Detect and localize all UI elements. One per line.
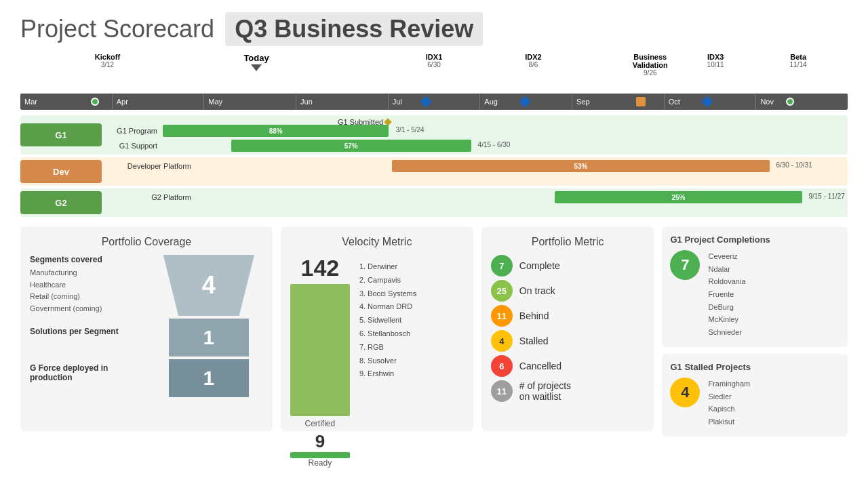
certified-bar	[290, 284, 350, 416]
vel-item-2: 2. Campavis	[359, 274, 416, 287]
dev-platform-bar: 53%	[392, 160, 770, 172]
portfolio-coverage-title: Portfolio Coverage	[30, 236, 263, 248]
dev-platform-dates: 6/30 - 10/31	[776, 161, 812, 169]
metric-behind: 11 Behind	[491, 305, 645, 327]
g1-completions-badge: 7	[670, 250, 700, 280]
segments-covered-title: Segments covered	[30, 255, 145, 264]
ms-idx1-date: 6/30	[427, 61, 440, 68]
g1-support-bar: 57%	[231, 140, 471, 152]
right-panels: G1 Project Completions 7 Ceveeriz Ndalar…	[662, 226, 848, 431]
label-complete: Complete	[519, 260, 560, 271]
label-behind: Behind	[519, 310, 549, 321]
metric-ontrack: 25 On track	[491, 280, 645, 302]
ms-kickoff-name: Kickoff	[95, 53, 120, 61]
milestone-beta: Beta 11/14	[790, 53, 807, 68]
timeline-section: Kickoff 3/12 Today IDX1 6/30 IDX2 8/6 Bu…	[0, 53, 868, 110]
gantt-section: G1 G1 Submitted G1 Program 88% 3/1 - 5/2…	[0, 115, 868, 217]
dot-kickoff	[91, 98, 99, 106]
page-title-boxed: Q3 Business Review	[225, 12, 483, 46]
velocity-content: 142 Certified 9 Ready 1. Derwiner 2. Cam…	[290, 255, 464, 468]
portfolio-metric-title: Portfolio Metric	[491, 236, 645, 248]
ms-bv-name: BusinessValidation	[633, 53, 668, 69]
seg-manufacturing: Manufacturing	[30, 267, 145, 279]
badge-behind: 11	[491, 305, 513, 327]
g1-program-dates: 3/1 - 5/24	[395, 126, 424, 134]
label-stalled: Stalled	[519, 336, 549, 346]
g1-program-percent: 88%	[269, 127, 283, 135]
stalled-siedler: Siedler	[708, 390, 750, 403]
g1-support-row: G1 Support 57% 4/15 - 6/30	[108, 140, 848, 152]
ms-today-label: Today	[243, 53, 269, 63]
ms-idx1-name: IDX1	[426, 53, 442, 61]
dev-platform-label: Developer Platform	[108, 162, 197, 170]
g1-completions-title: G1 Project Completions	[670, 235, 840, 245]
gantt-row-dev: Dev Developer Platform 53% 6/30 - 10/31	[20, 157, 848, 186]
month-nov: Nov	[756, 94, 848, 110]
milestone-kickoff: Kickoff 3/12	[95, 53, 120, 68]
vel-item-5: 5. Sidwellent	[359, 314, 416, 327]
g1-stalled-names: Framingham Siedler Kapisch Plakisut	[708, 378, 750, 428]
seg-government: Government (coming)	[30, 303, 145, 315]
ready-label: Ready	[309, 458, 332, 468]
label-cancelled: Cancelled	[519, 361, 561, 371]
ms-idx2-date: 8/6	[528, 61, 538, 68]
g1-program-bar: 88%	[163, 125, 389, 137]
month-jul: Jul	[389, 94, 481, 110]
g2-platform-percent: 25%	[671, 194, 685, 201]
gantt-row-g1: G1 G1 Submitted G1 Program 88% 3/1 - 5/2…	[20, 115, 848, 155]
month-sep: Sep	[572, 94, 665, 110]
timeline-bar: Mar Apr May Jun Jul Aug Sep Oct Nov	[20, 94, 848, 110]
metric-stalled: 4 Stalled	[491, 330, 645, 352]
vel-item-4: 4. Norman DRD	[359, 300, 416, 314]
ms-beta-date: 11/14	[790, 61, 807, 68]
badge-complete: 7	[491, 255, 513, 277]
comp-ceveeriz: Ceveeriz	[708, 250, 745, 263]
page-header: Project Scorecard Q3 Business Review	[0, 0, 868, 53]
g1-program-row: G1 Program 88% 3/1 - 5/24	[108, 125, 848, 137]
ms-kickoff-date: 3/12	[101, 61, 114, 68]
vel-item-1: 1. Derwiner	[359, 260, 416, 274]
comp-mckinley: McKinley	[708, 313, 745, 326]
dot-beta	[786, 98, 794, 106]
g2-platform-row: G2 Platform 25% 9/15 - 11/27	[108, 191, 848, 203]
g1-completions-names: Ceveeriz Ndalar Roldovania Fruente DeBur…	[708, 250, 745, 339]
milestone-idx3: IDX3 10/11	[707, 53, 724, 68]
g2-platform-dates: 9/15 - 11/27	[808, 192, 844, 200]
portfolio-metric-rows: 7 Complete 25 On track 11 Behind 4 Stall…	[491, 255, 645, 402]
portfolio-coverage-content: Segments covered Manufacturing Healthcar…	[30, 255, 263, 397]
milestones-row: Kickoff 3/12 Today IDX1 6/30 IDX2 8/6 Bu…	[20, 53, 848, 94]
metric-complete: 7 Complete	[491, 255, 645, 277]
certified-number: 142	[301, 255, 340, 281]
badge-waitlist: 11	[491, 380, 513, 402]
gantt-content-g2: G2 Platform 25% 9/15 - 11/27	[102, 191, 848, 214]
g1-support-label: G1 Support	[108, 142, 163, 150]
today-arrow-icon	[251, 64, 262, 71]
g1-stalled-content: 4 Framingham Siedler Kapisch Plakisut	[670, 378, 840, 428]
label-ontrack: On track	[519, 285, 555, 296]
g1-support-dates: 4/15 - 6/30	[478, 141, 511, 148]
vel-item-7: 7. RGB	[359, 341, 416, 354]
month-may: May	[204, 94, 296, 110]
ms-idx2-name: IDX2	[525, 53, 541, 61]
gforce-label: G Force deployed inproduction	[30, 363, 145, 382]
gantt-label-g1: G1	[20, 123, 102, 146]
g1-support-bar-container: 57% 4/15 - 6/30	[163, 140, 848, 152]
milestone-idx2: IDX2 8/6	[525, 53, 541, 68]
g2-platform-bar: 25%	[555, 191, 802, 203]
seg-retail: Retail (coming)	[30, 291, 145, 303]
badge-cancelled: 6	[491, 355, 513, 377]
g2-platform-label: G2 Platform	[108, 193, 197, 201]
funnel-bot: 1	[169, 359, 249, 397]
ms-idx3-name: IDX3	[707, 53, 724, 61]
vel-item-3: 3. Bocci Systems	[359, 287, 416, 301]
g1-support-percent: 57%	[344, 142, 358, 150]
ms-idx3-date: 10/11	[707, 61, 724, 68]
milestone-today: Today	[243, 53, 269, 71]
comp-fruente: Fruente	[708, 288, 745, 301]
velocity-left: 142 Certified 9 Ready	[290, 255, 350, 468]
segments-list: Manufacturing Healthcare Retail (coming)…	[30, 267, 145, 314]
certified-label: Certified	[305, 419, 336, 428]
g1-program-bar-container: 88% 3/1 - 5/24	[163, 125, 848, 137]
ready-bar	[290, 452, 350, 458]
dot-bv	[636, 97, 646, 106]
